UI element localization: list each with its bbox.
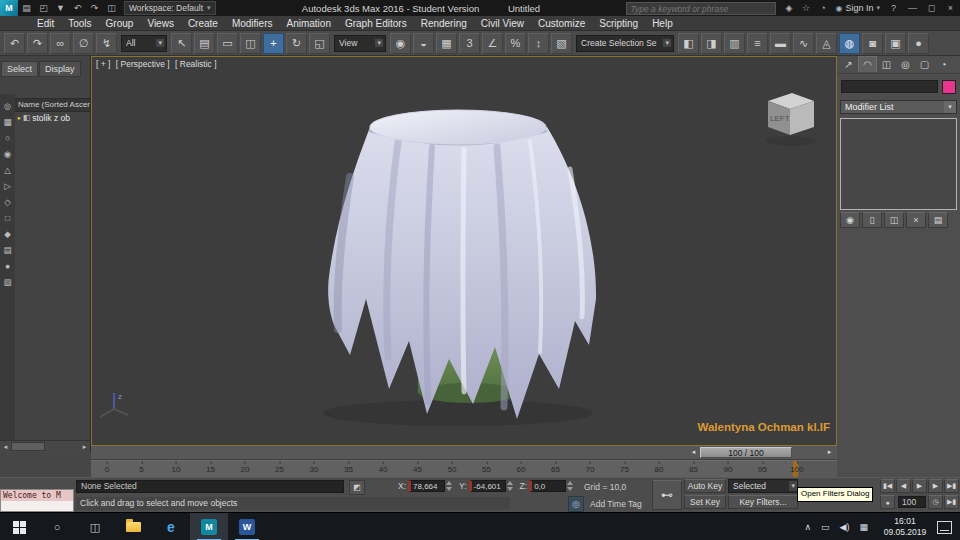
action-center-icon[interactable] — [937, 521, 952, 534]
isolate-selection-toggle[interactable]: ◎ — [568, 496, 584, 512]
align-icon[interactable]: ◨ — [701, 33, 722, 54]
mirror-icon[interactable]: ◧ — [678, 33, 699, 54]
select-and-manipulate-icon[interactable]: ◒ — [413, 33, 434, 54]
display-tab[interactable]: ▢ — [915, 56, 934, 72]
menu-civil-view[interactable]: Civil View — [474, 17, 531, 30]
perspective-viewport[interactable]: LEFT z [ + ] [ Perspective ] [ Realistic… — [91, 56, 837, 446]
search-button[interactable]: ○ — [38, 513, 76, 540]
viewport-pov-menu[interactable]: [ Perspective ] — [116, 59, 170, 69]
menu-group[interactable]: Group — [99, 17, 141, 30]
menu-edit[interactable]: Edit — [30, 17, 61, 30]
display-materials-icon[interactable]: ▧ — [3, 274, 11, 290]
name-column-header[interactable]: Name (Sorted Ascen — [15, 98, 90, 112]
display-shapes-icon[interactable]: ○ — [5, 130, 10, 146]
selection-filter-dropdown[interactable]: All▾ — [121, 35, 167, 52]
workspace-dropdown[interactable]: Workspace: Default ▾ — [124, 1, 216, 15]
configure-modifier-sets-button[interactable]: ▤ — [928, 212, 948, 228]
menu-views[interactable]: Views — [140, 17, 181, 30]
menu-modifiers[interactable]: Modifiers — [225, 17, 280, 30]
taskbar-clock[interactable]: 16:01 09.05.2019 — [879, 516, 931, 537]
remove-modifier-button[interactable]: × — [906, 212, 926, 228]
task-view-button[interactable]: ◫ — [76, 513, 114, 540]
project-folder-icon[interactable]: ◫ — [104, 2, 119, 15]
browser-button[interactable]: e — [152, 513, 190, 540]
file-explorer-button[interactable] — [114, 513, 152, 540]
curve-editor-icon[interactable]: ∿ — [793, 33, 814, 54]
hidden-icons-chevron-icon[interactable]: ∧ — [804, 522, 811, 532]
display-bones-icon[interactable]: ▤ — [3, 242, 11, 258]
scene-object-row[interactable]: ●◧stolik z ob — [15, 111, 90, 124]
use-pivot-center-icon[interactable]: ◉ — [390, 33, 411, 54]
previous-frame-button[interactable]: ◀ — [896, 479, 911, 493]
explorer-tab-display[interactable]: Display — [39, 61, 81, 77]
bind-to-space-warp-icon[interactable]: ↯ — [96, 33, 117, 54]
add-time-tag-button[interactable]: Add Time Tag — [590, 499, 642, 509]
save-file-icon[interactable]: ▼ — [53, 2, 68, 15]
z-coordinate-field[interactable]: 0,0 — [529, 480, 566, 492]
volume-icon[interactable]: ◀) — [840, 522, 850, 532]
select-object-icon[interactable]: ↖ — [171, 33, 192, 54]
rendered-frame-icon[interactable]: ▣ — [885, 33, 906, 54]
welcome-window-fragment[interactable]: Welcome to M — [0, 489, 74, 512]
previous-frame-arrow-icon[interactable]: ◂ — [688, 448, 699, 458]
motion-tab[interactable]: ◎ — [896, 56, 915, 72]
menu-animation[interactable]: Animation — [279, 17, 337, 30]
y-spinner[interactable] — [507, 480, 514, 492]
schematic-view-icon[interactable]: ◬ — [816, 33, 837, 54]
new-scene-icon[interactable]: ▤ — [19, 2, 34, 15]
scrollbar-thumb[interactable] — [11, 442, 45, 451]
menu-create[interactable]: Create — [181, 17, 225, 30]
display-helpers-icon[interactable]: ▷ — [4, 178, 11, 194]
select-and-link-icon[interactable]: ∞ — [50, 33, 71, 54]
display-containers-icon[interactable]: ● — [5, 258, 10, 274]
render-setup-icon[interactable]: ◙ — [862, 33, 883, 54]
auto-key-button[interactable]: Auto Key — [684, 479, 726, 493]
favorites-icon[interactable]: ☆ — [798, 2, 813, 15]
3dsmax-app-button[interactable]: M — [190, 513, 228, 540]
redo-icon[interactable]: ↷ — [87, 2, 102, 15]
menu-tools[interactable]: Tools — [61, 17, 98, 30]
notifications-icon[interactable]: ◔ — [815, 2, 830, 15]
viewport-3d-scene[interactable]: LEFT z — [92, 57, 836, 445]
x-coordinate-field[interactable]: 78,664 — [408, 480, 445, 492]
light-bulb-icon[interactable]: ● — [17, 115, 21, 121]
scroll-right-icon[interactable]: ▸ — [79, 443, 90, 451]
time-slider-track[interactable]: ◂ 100 / 100 ▸ — [91, 446, 837, 460]
percent-snap-icon[interactable]: % — [505, 33, 526, 54]
y-coordinate-field[interactable]: -64,601 — [469, 480, 506, 492]
material-editor-icon[interactable]: ◍ — [839, 33, 860, 54]
viewport-shading-menu[interactable]: [ Realistic ] — [175, 59, 217, 69]
display-tray-icon[interactable]: ▭ — [821, 522, 830, 532]
scene-explorer-scrollbar[interactable]: ◂ ▸ — [0, 440, 90, 452]
undo-icon[interactable]: ↶ — [4, 33, 25, 54]
key-selection-dropdown[interactable]: Selected ▾ — [728, 479, 798, 493]
render-production-icon[interactable]: ● — [908, 33, 929, 54]
help-icon[interactable]: ? — [885, 2, 902, 15]
hierarchy-tab[interactable]: ◫ — [877, 56, 896, 72]
snaps-toggle-icon[interactable]: 3 — [459, 33, 480, 54]
view-cube[interactable]: LEFT — [765, 93, 817, 146]
create-selection-set-dropdown[interactable]: Create Selection Se▾ — [576, 35, 674, 52]
ribbon-toggle-icon[interactable]: ▬ — [770, 33, 791, 54]
restore-icon[interactable]: ◻ — [923, 2, 940, 15]
utilities-tab[interactable]: ◔ — [934, 56, 953, 72]
minimize-icon[interactable]: — — [904, 2, 921, 15]
play-button[interactable]: ▶ — [912, 479, 927, 493]
scroll-left-icon[interactable]: ◂ — [0, 443, 11, 451]
infocenter-icon[interactable]: ◈ — [781, 2, 796, 15]
go-to-start-button[interactable]: ▮◀ — [880, 479, 895, 493]
display-groups-icon[interactable]: □ — [5, 210, 10, 226]
menu-graph-editors[interactable]: Graph Editors — [338, 17, 414, 30]
menu-scripting[interactable]: Scripting — [592, 17, 645, 30]
set-key-button[interactable]: Set Key — [684, 495, 726, 509]
key-filters-button[interactable]: Key Filters... — [728, 495, 798, 509]
track-bar-ruler[interactable]: 0510152025303540455055606570758085909510… — [91, 460, 837, 477]
start-button[interactable] — [0, 513, 38, 540]
make-unique-button[interactable]: ◫ — [884, 212, 904, 228]
unlink-selection-icon[interactable]: ∅ — [73, 33, 94, 54]
search-input[interactable] — [627, 3, 781, 14]
redo-icon[interactable]: ↷ — [27, 33, 48, 54]
menu-customize[interactable]: Customize — [531, 17, 592, 30]
show-end-result-button[interactable]: ▯ — [862, 212, 882, 228]
sort-icon[interactable]: ◎ — [4, 98, 11, 114]
